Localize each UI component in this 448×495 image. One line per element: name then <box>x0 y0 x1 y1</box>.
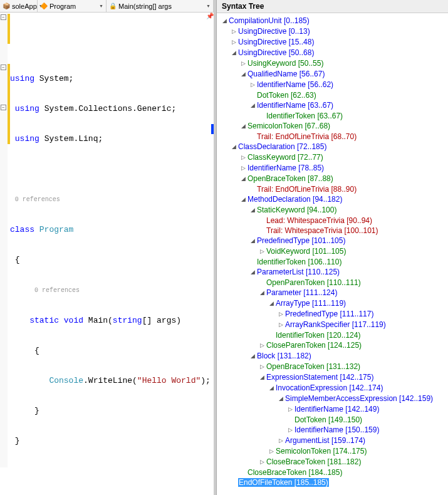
tree-node[interactable]: ▷UsingDirective [15..48) <box>222 37 448 48</box>
tree-node[interactable]: DotToken [62..63) <box>222 90 448 100</box>
tree-node[interactable]: ◢ArrayType [111..119) <box>222 298 448 309</box>
tree-node-label[interactable]: IdentifierName [150..159) <box>294 425 379 434</box>
tree-collapse-icon[interactable]: ◢ <box>250 267 256 277</box>
tree-collapse-icon[interactable]: ◢ <box>269 298 274 308</box>
tree-node[interactable]: ◢InvocationExpression [142..174) <box>222 383 448 393</box>
tree-collapse-icon[interactable]: ◢ <box>222 16 227 26</box>
tree-node-label[interactable]: ExpressionStatement [142..175) <box>266 373 373 382</box>
tree-node-label[interactable]: Trail: EndOfLineTrivia [88..90) <box>257 185 357 194</box>
tree-node-label[interactable]: IdentifierName [78..85) <box>247 164 324 172</box>
tree-node[interactable]: ▷CloseBraceToken [181..182) <box>222 457 448 467</box>
tree-node-label[interactable]: OpenParenToken [110..111) <box>266 278 361 287</box>
tree-expand-icon[interactable]: ▷ <box>288 425 293 435</box>
tree-node-label[interactable]: DotToken [149..150) <box>294 415 362 424</box>
tree-node[interactable]: ◢Parameter [111..124) <box>222 288 448 298</box>
tree-node-label[interactable]: SemicolonToken [67..68) <box>247 122 330 130</box>
tree-node[interactable]: Trail: WhitespaceTrivia [100..101) <box>222 226 448 236</box>
tree-node[interactable]: ▷IdentifierName [150..159) <box>222 425 448 435</box>
tree-node[interactable]: ◢MethodDeclaration [94..182) <box>222 194 448 205</box>
tree-node[interactable]: ▷PredefinedType [111..117) <box>222 309 448 320</box>
tree-node[interactable]: ▷OpenBraceToken [131..132) <box>222 362 448 372</box>
tree-collapse-icon[interactable]: ◢ <box>269 383 274 393</box>
tree-node-label[interactable]: SemicolonToken [174..175) <box>276 447 367 456</box>
tree-node-label[interactable]: Block [131..182) <box>257 352 311 360</box>
tree-expand-icon[interactable]: ▷ <box>241 163 246 173</box>
tree-collapse-icon[interactable]: ◢ <box>241 194 246 204</box>
tree-node-label[interactable]: StaticKeyword [94..100) <box>257 206 336 214</box>
tree-collapse-icon[interactable]: ◢ <box>231 142 237 152</box>
tree-node-label[interactable]: CompilationUnit [0..185) <box>229 16 310 25</box>
tree-node-label[interactable]: IdentifierToken [120..124) <box>276 331 360 340</box>
tree-node[interactable]: ▷VoidKeyword [101..105) <box>222 246 448 257</box>
class-dropdown[interactable]: 🔶 Program ▼ <box>38 0 107 12</box>
method-dropdown[interactable]: 🔒 Main(string[] args ▼ <box>107 0 214 12</box>
tree-expand-icon[interactable]: ▷ <box>259 457 265 467</box>
tree-node[interactable]: ▷IdentifierName [142..149) <box>222 404 448 415</box>
tree-expand-icon[interactable]: ▷ <box>278 320 284 330</box>
tree-expand-icon[interactable]: ▷ <box>241 58 246 68</box>
tree-expand-icon[interactable]: ▷ <box>250 80 256 90</box>
tree-node[interactable]: ▷ClassKeyword [72..77) <box>222 152 448 163</box>
tree-node-label[interactable]: EndOfFileToken [185..185) <box>238 478 329 487</box>
tree-collapse-icon[interactable]: ◢ <box>241 121 246 131</box>
tree-node-label[interactable]: ArgumentList [159..174) <box>285 436 365 445</box>
tree-node[interactable]: ▷ArrayRankSpecifier [117..119) <box>222 320 448 330</box>
tree-node-label[interactable]: SimpleMemberAccessExpression [142..159) <box>285 394 433 403</box>
tree-node-label[interactable]: ArrayType [111..119) <box>276 299 346 308</box>
tree-node-label[interactable]: VoidKeyword [101..105) <box>266 247 346 256</box>
tree-expand-icon[interactable]: ▷ <box>278 435 284 446</box>
tree-node-label[interactable]: Trail: WhitespaceTrivia [100..101) <box>266 226 378 235</box>
tree-collapse-icon[interactable]: ◢ <box>250 100 256 110</box>
tree-node[interactable]: ◢ExpressionStatement [142..175) <box>222 372 448 383</box>
codelens-references[interactable]: 0 references <box>15 196 60 203</box>
tree-node[interactable]: ▷CloseParenToken [124..125) <box>222 340 448 351</box>
tree-node-label[interactable]: ParameterList [110..125) <box>257 268 340 276</box>
tree-collapse-icon[interactable]: ◢ <box>259 288 265 298</box>
tree-node[interactable]: ▷UsingKeyword [50..55) <box>222 58 448 69</box>
tree-collapse-icon[interactable]: ◢ <box>231 48 237 58</box>
tree-node[interactable]: CloseBraceToken [184..185) <box>222 467 448 477</box>
tree-node-label[interactable]: Trail: EndOfLineTrivia [68..70) <box>257 132 357 141</box>
tree-expand-icon[interactable]: ▷ <box>269 446 274 456</box>
tree-node-label[interactable]: CloseBraceToken [181..182) <box>266 457 361 466</box>
tree-node[interactable]: ▷UsingDirective [0..13) <box>222 26 448 37</box>
tree-node[interactable]: ◢ClassDeclaration [72..185) <box>222 142 448 152</box>
tree-node-label[interactable]: PredefinedType [101..105) <box>257 236 345 245</box>
tree-node-label[interactable]: UsingKeyword [50..55) <box>247 59 323 68</box>
tree-collapse-icon[interactable]: ◢ <box>259 372 265 382</box>
tree-collapse-icon[interactable]: ◢ <box>250 236 256 246</box>
fold-toggle[interactable]: − <box>1 14 6 20</box>
tree-node-label[interactable]: ClassKeyword [72..77) <box>247 153 323 162</box>
tree-node-label[interactable]: ArrayRankSpecifier [117..119) <box>285 320 386 329</box>
tree-node[interactable]: ◢SemicolonToken [67..68) <box>222 121 448 132</box>
tree-node-label[interactable]: CloseBraceToken [184..185) <box>247 468 342 477</box>
tree-node-label[interactable]: InvocationExpression [142..174) <box>276 383 383 392</box>
tree-node[interactable]: DotToken [149..150) <box>222 415 448 425</box>
tree-expand-icon[interactable]: ▷ <box>259 362 265 372</box>
tree-node[interactable]: ▷SemicolonToken [174..175) <box>222 446 448 457</box>
tree-node-label[interactable]: PredefinedType [111..117) <box>285 310 373 318</box>
tree-node[interactable]: IdentifierToken [120..124) <box>222 330 448 340</box>
tree-node-label[interactable]: IdentifierName [142..149) <box>294 405 379 414</box>
tree-node-label[interactable]: Lead: WhitespaceTrivia [90..94) <box>266 216 372 225</box>
tree-node-label[interactable]: UsingDirective [50..68) <box>238 48 314 57</box>
tree-expand-icon[interactable]: ▷ <box>259 340 265 350</box>
tree-node[interactable]: ◢QualifiedName [56..67) <box>222 69 448 80</box>
tree-node[interactable]: ◢UsingDirective [50..68) <box>222 48 448 58</box>
tree-expand-icon[interactable]: ▷ <box>259 246 265 256</box>
tree-node-label[interactable]: QualifiedName [56..67) <box>247 70 325 78</box>
tree-node[interactable]: ◢IdentifierName [63..67) <box>222 100 448 111</box>
tree-node[interactable]: OpenParenToken [110..111) <box>222 278 448 288</box>
tree-node[interactable]: IdentifierToken [106..110) <box>222 257 448 267</box>
tree-collapse-icon[interactable]: ◢ <box>278 393 284 404</box>
tree-node[interactable]: IdentifierToken [63..67) <box>222 111 448 121</box>
tree-node-label[interactable]: IdentifierToken [63..67) <box>266 112 343 120</box>
tree-node[interactable]: ◢CompilationUnit [0..185) <box>222 16 448 26</box>
tree-node-label[interactable]: IdentifierToken [106..110) <box>257 258 341 266</box>
tree-node-label[interactable]: DotToken [62..63) <box>257 91 316 100</box>
tree-node-label[interactable]: MethodDeclaration [94..182) <box>247 195 342 204</box>
code-editor[interactable]: − − − using System; using System.Collect… <box>0 13 214 467</box>
tree-node-label[interactable]: OpenBraceToken [87..88) <box>247 174 333 183</box>
tree-expand-icon[interactable]: ▷ <box>241 152 246 162</box>
tree-expand-icon[interactable]: ▷ <box>288 404 293 414</box>
